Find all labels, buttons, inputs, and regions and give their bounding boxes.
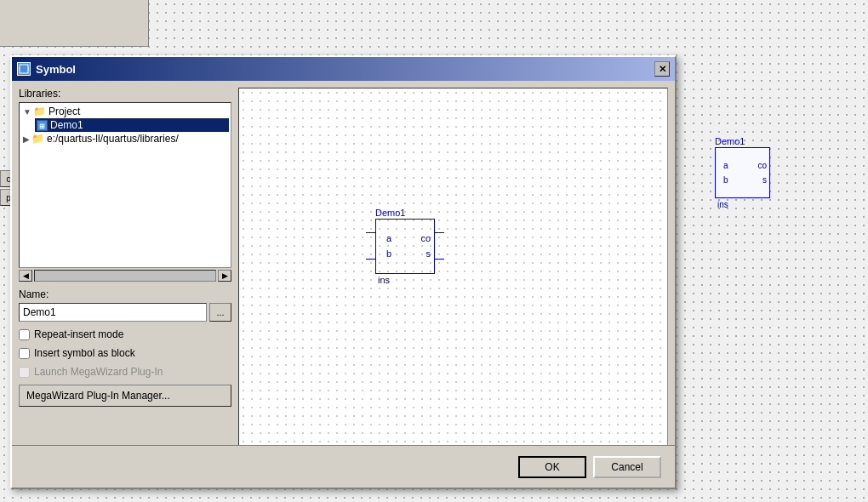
preview-port-a: a xyxy=(386,231,391,247)
close-button[interactable]: ✕ xyxy=(654,61,670,77)
lib-item-project[interactable]: ▼ 📁 Project xyxy=(21,105,229,118)
dialog-footer: OK Cancel xyxy=(12,445,675,488)
bg-port-a: a xyxy=(723,158,728,173)
symbol-preview-box: a co b s ins xyxy=(375,219,435,274)
launch-megawizard-checkbox xyxy=(19,367,30,378)
symbol-preview-area: Demo1 a co b s ins xyxy=(238,88,668,469)
bg-port-b: b xyxy=(723,173,728,187)
name-label: Name: xyxy=(19,288,231,300)
repeat-insert-checkbox[interactable] xyxy=(19,329,30,340)
scroll-right-btn[interactable]: ▶ xyxy=(218,270,231,282)
libraries-box[interactable]: ▼ 📁 Project ⊞ Demo1 ▶ xyxy=(19,102,231,268)
top-toolbar xyxy=(0,0,149,47)
insert-symbol-block-row: Insert symbol as block xyxy=(19,347,231,359)
bg-port-s: s xyxy=(762,173,767,187)
bg-symbol-port-row-2: b s xyxy=(721,173,769,187)
bg-symbol-box: a co b s ins xyxy=(715,147,770,198)
symbol-dialog: Symbol ✕ Libraries: ▼ 📁 Project xyxy=(10,55,677,489)
cancel-button[interactable]: Cancel xyxy=(593,456,661,478)
lib-quartus-label: e:/quartus-ll/quartus/libraries/ xyxy=(47,133,179,145)
libraries-hscrollbar[interactable]: ◀ ▶ xyxy=(19,270,231,282)
library-tree: ▼ 📁 Project ⊞ Demo1 ▶ xyxy=(21,105,229,145)
symbol-preview-name: Demo1 xyxy=(375,208,435,218)
expand-icon-project: ▼ xyxy=(23,107,31,117)
insert-symbol-block-label: Insert symbol as block xyxy=(34,347,135,359)
launch-megawizard-label: Launch MegaWizard Plug-In xyxy=(34,366,163,378)
symbol-instance-label: ins xyxy=(378,275,390,285)
symbol-port-row-2: b s xyxy=(383,247,434,262)
dialog-title: Symbol xyxy=(36,63,76,76)
dialog-content: Libraries: ▼ 📁 Project ⊞ xyxy=(12,81,675,469)
expand-icon-quartus: ▶ xyxy=(23,134,30,144)
bg-port-co: co xyxy=(757,158,767,173)
repeat-insert-row: Repeat-insert mode xyxy=(19,328,231,340)
background-symbol-preview: Demo1 a co b s ins xyxy=(715,136,770,198)
symbol-port-row-1: a co xyxy=(383,231,434,247)
folder-icon-project: 📁 xyxy=(33,106,46,117)
lib-item-demo1[interactable]: ⊞ Demo1 xyxy=(35,118,229,132)
dialog-titlebar: Symbol ✕ xyxy=(12,57,675,81)
lib-project-label: Project xyxy=(49,106,80,117)
dialog-title-area: Symbol xyxy=(17,62,76,76)
bg-symbol-name: Demo1 xyxy=(715,136,770,146)
preview-port-b: b xyxy=(386,247,391,262)
megawizard-button[interactable]: MegaWizard Plug-In Manager... xyxy=(19,385,231,407)
name-input-row: ... xyxy=(19,303,231,322)
folder-icon-quartus: 📁 xyxy=(31,133,44,145)
dialog-icon xyxy=(17,62,31,76)
name-input[interactable] xyxy=(19,303,207,322)
lib-item-quartus[interactable]: ▶ 📁 e:/quartus-ll/quartus/libraries/ xyxy=(21,132,229,145)
svg-rect-0 xyxy=(20,65,28,73)
insert-symbol-block-checkbox[interactable] xyxy=(19,348,30,359)
libraries-section: Libraries: ▼ 📁 Project ⊞ xyxy=(19,88,231,282)
launch-megawizard-row: Launch MegaWizard Plug-In xyxy=(19,366,231,378)
libraries-label: Libraries: xyxy=(19,88,231,100)
bg-symbol-instance-label: ins xyxy=(717,200,728,209)
name-section: Name: ... xyxy=(19,288,231,322)
preview-port-s: s xyxy=(426,247,431,262)
ok-button[interactable]: OK xyxy=(518,456,586,478)
symbol-preview-main: Demo1 a co b s ins xyxy=(375,208,435,274)
scroll-track[interactable] xyxy=(34,270,216,282)
browse-button[interactable]: ... xyxy=(209,303,231,322)
dialog-main-row: Libraries: ▼ 📁 Project ⊞ xyxy=(19,88,668,469)
dialog-left-panel: Libraries: ▼ 📁 Project ⊞ xyxy=(19,88,231,469)
preview-port-co: co xyxy=(420,231,431,247)
repeat-insert-label: Repeat-insert mode xyxy=(34,328,123,340)
scroll-left-btn[interactable]: ◀ xyxy=(19,270,32,282)
lib-demo1-label: Demo1 xyxy=(50,119,83,131)
bg-symbol-port-row-1: a co xyxy=(721,158,769,173)
chip-icon-demo1: ⊞ xyxy=(37,120,48,131)
